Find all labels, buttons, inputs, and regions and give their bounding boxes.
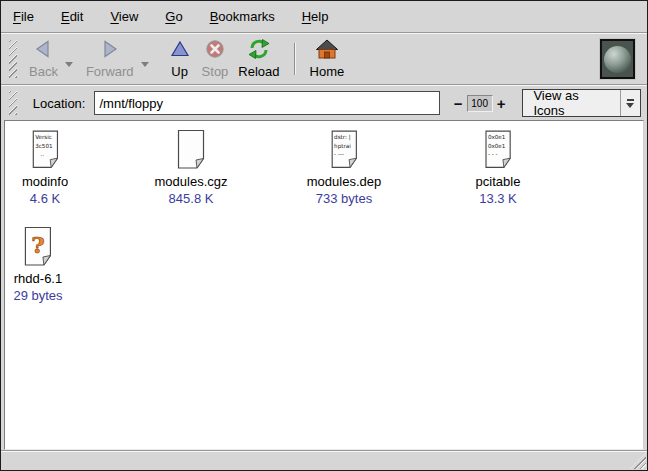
file-name: pcitable [476, 175, 521, 189]
unknown-file-icon: ? [23, 226, 54, 267]
file-rhdd-61[interactable]: ? rhdd-6.1 29 bytes [13, 226, 62, 303]
menu-view[interactable]: View [109, 7, 139, 26]
menu-bookmarks[interactable]: Bookmarks [209, 7, 276, 26]
file-name: modinfo [22, 175, 68, 189]
location-input[interactable] [94, 91, 439, 115]
up-icon [170, 39, 190, 59]
file-manager-window: File Edit View Go Bookmarks Help Back Fo… [0, 0, 648, 471]
forward-history-dropdown[interactable] [138, 37, 152, 81]
svg-text:3c501: 3c501 [35, 143, 53, 149]
stop-icon [205, 39, 225, 59]
stop-label: Stop [202, 64, 229, 79]
view-mode-dropdown[interactable]: View as Icons [522, 89, 641, 117]
menu-help-label-rest: elp [311, 9, 328, 24]
menu-view-label: V [110, 9, 118, 24]
icon-view[interactable]: Versic 3c501 .. modinfo 4.6 K modules.cg… [4, 120, 644, 450]
zoom-in-button[interactable]: + [493, 95, 510, 112]
file-modules-dep[interactable]: dstr: | hptrai - --- modules.dep 733 byt… [307, 129, 381, 206]
reload-button[interactable]: Reload [234, 37, 283, 81]
back-icon [33, 39, 53, 59]
svg-text:?: ? [31, 231, 44, 258]
file-pcitable[interactable]: 0x0e1 0x0e1 - - - pcitable 13.3 K [476, 129, 521, 206]
locationbar-drag-handle[interactable] [9, 91, 17, 115]
menu-view-label-rest: iew [119, 9, 139, 24]
up-button[interactable]: Up [166, 37, 194, 81]
reload-icon [248, 39, 270, 59]
menu-edit[interactable]: Edit [60, 7, 84, 26]
forward-button[interactable]: Forward [82, 37, 138, 81]
up-label: Up [171, 64, 188, 79]
status-bar [1, 450, 647, 470]
menu-help-label: H [302, 9, 311, 24]
forward-icon [100, 39, 120, 59]
menu-help[interactable]: Help [301, 7, 330, 26]
text-file-icon: Versic 3c501 .. [31, 129, 60, 170]
file-name: modules.cgz [155, 175, 228, 189]
back-button[interactable]: Back [25, 37, 62, 81]
svg-text:Versic: Versic [35, 134, 52, 140]
throbber-sphere-icon [604, 46, 631, 73]
text-file-icon: 0x0e1 0x0e1 - - - [484, 129, 513, 170]
dropdown-arrow-icon [620, 90, 640, 116]
throbber[interactable] [600, 39, 635, 79]
svg-text:hptrai: hptrai [334, 143, 351, 150]
toolbar-drag-handle[interactable] [9, 40, 17, 78]
svg-text:dstr: |: dstr: | [334, 134, 351, 141]
back-history-dropdown[interactable] [62, 37, 76, 81]
home-label: Home [310, 64, 345, 79]
chevron-down-icon [65, 62, 73, 67]
zoom-out-button[interactable]: − [450, 95, 467, 112]
location-bar: Location: − 100 + View as Icons [1, 86, 647, 120]
menu-file[interactable]: File [12, 7, 35, 26]
menu-bookmarks-label-rest: ookmarks [218, 9, 274, 24]
menu-go-label: G [165, 9, 175, 24]
forward-label: Forward [86, 64, 134, 79]
file-size: 29 bytes [13, 289, 62, 303]
menu-go[interactable]: Go [164, 7, 183, 26]
menu-file-label-rest: ile [21, 9, 34, 24]
menu-bar: File Edit View Go Bookmarks Help [1, 1, 647, 32]
menu-edit-label-rest: dit [70, 9, 84, 24]
file-size: 4.6 K [30, 192, 60, 206]
file-size: 13.3 K [479, 192, 517, 206]
home-button[interactable]: Home [306, 37, 349, 81]
back-label: Back [29, 64, 58, 79]
blank-file-icon [175, 129, 206, 170]
view-mode-label: View as Icons [523, 90, 619, 116]
resize-grip[interactable] [630, 453, 646, 469]
reload-label: Reload [238, 64, 279, 79]
file-modules-cgz[interactable]: modules.cgz 845.8 K [155, 129, 228, 206]
home-icon [316, 39, 338, 59]
file-name: modules.dep [307, 175, 381, 189]
menu-file-label: F [13, 9, 21, 24]
stop-button[interactable]: Stop [198, 37, 233, 81]
toolbar-separator [294, 43, 296, 75]
toolbar: Back Forward Up Stop [1, 34, 647, 84]
file-name: rhdd-6.1 [14, 272, 62, 286]
menu-edit-label: E [61, 9, 70, 24]
text-file-icon: dstr: | hptrai - --- [329, 129, 358, 170]
svg-text:- ---: - --- [334, 151, 344, 157]
chevron-down-icon [141, 62, 149, 67]
file-modinfo[interactable]: Versic 3c501 .. modinfo 4.6 K [22, 129, 68, 206]
zoom-level-indicator[interactable]: 100 [467, 95, 493, 112]
svg-text:..: .. [40, 151, 44, 157]
svg-text:- - -: - - - [488, 151, 498, 157]
svg-text:0x0e1: 0x0e1 [488, 143, 506, 149]
file-size: 733 bytes [316, 192, 372, 206]
menu-go-label-rest: o [175, 9, 182, 24]
file-size: 845.8 K [169, 192, 214, 206]
svg-text:0x0e1: 0x0e1 [488, 134, 506, 140]
location-label: Location: [33, 96, 86, 111]
